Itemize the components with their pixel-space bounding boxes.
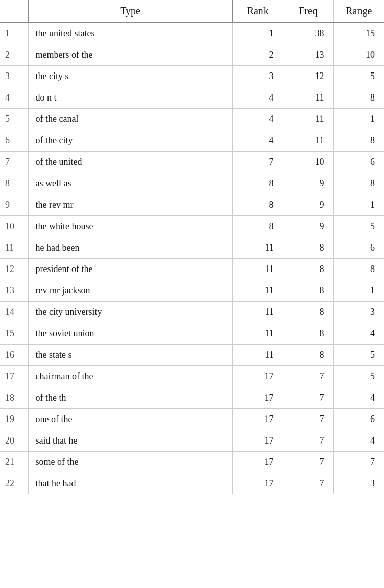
cell-type: the united states	[28, 22, 232, 44]
table-row: 3 the city s 3 12 5	[0, 66, 384, 87]
cell-rank: 17	[232, 409, 283, 430]
cell-rank: 2	[232, 44, 283, 66]
table-row: 14 the city university 11 8 3	[0, 302, 384, 323]
cell-rank: 17	[232, 430, 283, 452]
cell-rank: 11	[232, 302, 283, 323]
col-header-type: Type	[28, 0, 232, 22]
cell-index: 9	[0, 194, 28, 216]
table-row: 18 of the th 17 7 4	[0, 387, 384, 409]
cell-index: 13	[0, 280, 28, 302]
cell-freq: 11	[283, 130, 333, 152]
cell-range: 10	[333, 44, 384, 66]
cell-type: the state s	[28, 345, 232, 366]
cell-index: 19	[0, 409, 28, 430]
cell-range: 8	[333, 87, 384, 109]
cell-rank: 3	[232, 66, 283, 87]
table-row: 4 do n t 4 11 8	[0, 87, 384, 109]
cell-freq: 11	[283, 109, 333, 130]
cell-type: the rev mr	[28, 194, 232, 216]
cell-freq: 9	[283, 173, 333, 194]
cell-type: of the united	[28, 152, 232, 173]
cell-freq: 38	[283, 22, 333, 44]
cell-freq: 7	[283, 452, 333, 473]
table-row: 22 that he had 17 7 3	[0, 473, 384, 495]
table-row: 19 one of the 17 7 6	[0, 409, 384, 430]
cell-range: 5	[333, 216, 384, 237]
table-row: 8 as well as 8 9 8	[0, 173, 384, 194]
cell-type: of the th	[28, 387, 232, 409]
cell-index: 6	[0, 130, 28, 152]
cell-type: do n t	[28, 87, 232, 109]
cell-type: some of the	[28, 452, 232, 473]
table-row: 15 the soviet union 11 8 4	[0, 323, 384, 345]
cell-freq: 8	[283, 323, 333, 345]
cell-index: 12	[0, 259, 28, 280]
cell-type: president of the	[28, 259, 232, 280]
cell-range: 7	[333, 452, 384, 473]
cell-rank: 17	[232, 387, 283, 409]
cell-freq: 7	[283, 409, 333, 430]
cell-index: 2	[0, 44, 28, 66]
cell-freq: 12	[283, 66, 333, 87]
table-row: 7 of the united 7 10 6	[0, 152, 384, 173]
cell-type: the soviet union	[28, 323, 232, 345]
cell-freq: 13	[283, 44, 333, 66]
cell-rank: 8	[232, 194, 283, 216]
cell-type: said that he	[28, 430, 232, 452]
cell-type: members of the	[28, 44, 232, 66]
cell-rank: 17	[232, 473, 283, 495]
table-row: 1 the united states 1 38 15	[0, 22, 384, 44]
cell-range: 6	[333, 237, 384, 259]
cell-rank: 17	[232, 366, 283, 387]
cell-rank: 8	[232, 216, 283, 237]
table-row: 20 said that he 17 7 4	[0, 430, 384, 452]
cell-index: 3	[0, 66, 28, 87]
cell-range: 8	[333, 259, 384, 280]
cell-rank: 11	[232, 237, 283, 259]
cell-range: 1	[333, 280, 384, 302]
cell-rank: 4	[232, 130, 283, 152]
cell-index: 4	[0, 87, 28, 109]
cell-type: the city s	[28, 66, 232, 87]
cell-rank: 7	[232, 152, 283, 173]
cell-index: 21	[0, 452, 28, 473]
cell-type: that he had	[28, 473, 232, 495]
table-row: 5 of the canal 4 11 1	[0, 109, 384, 130]
cell-type: as well as	[28, 173, 232, 194]
cell-index: 7	[0, 152, 28, 173]
cell-index: 5	[0, 109, 28, 130]
cell-index: 11	[0, 237, 28, 259]
cell-rank: 11	[232, 259, 283, 280]
col-header-freq: Freq	[283, 0, 333, 22]
cell-rank: 4	[232, 87, 283, 109]
cell-range: 1	[333, 109, 384, 130]
cell-range: 6	[333, 409, 384, 430]
cell-range: 4	[333, 430, 384, 452]
table-row: 9 the rev mr 8 9 1	[0, 194, 384, 216]
cell-range: 3	[333, 302, 384, 323]
table-row: 13 rev mr jackson 11 8 1	[0, 280, 384, 302]
cell-type: chairman of the	[28, 366, 232, 387]
cell-index: 15	[0, 323, 28, 345]
cell-freq: 11	[283, 87, 333, 109]
cell-index: 14	[0, 302, 28, 323]
table-row: 16 the state s 11 8 5	[0, 345, 384, 366]
table-row: 10 the white house 8 9 5	[0, 216, 384, 237]
cell-index: 22	[0, 473, 28, 495]
cell-index: 8	[0, 173, 28, 194]
cell-range: 8	[333, 130, 384, 152]
cell-range: 5	[333, 66, 384, 87]
cell-type: the city university	[28, 302, 232, 323]
cell-freq: 9	[283, 194, 333, 216]
cell-freq: 7	[283, 473, 333, 495]
cell-index: 17	[0, 366, 28, 387]
col-header-rank: Rank	[232, 0, 283, 22]
cell-rank: 1	[232, 22, 283, 44]
table-row: 12 president of the 11 8 8	[0, 259, 384, 280]
cell-freq: 9	[283, 216, 333, 237]
cell-type: he had been	[28, 237, 232, 259]
cell-range: 5	[333, 345, 384, 366]
cell-freq: 7	[283, 366, 333, 387]
cell-index: 18	[0, 387, 28, 409]
cell-rank: 4	[232, 109, 283, 130]
